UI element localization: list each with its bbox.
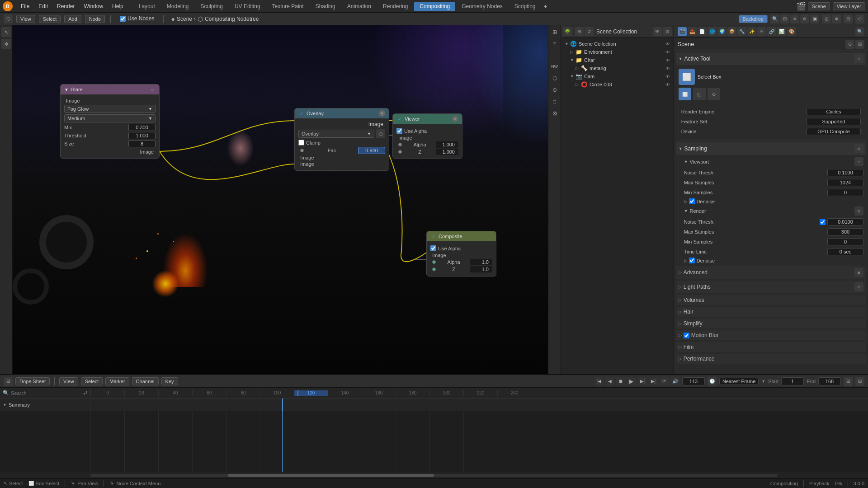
- active-tool-options[interactable]: ≡: [854, 54, 863, 63]
- tl-channel-btn[interactable]: Channel: [132, 377, 159, 385]
- viewer-enable-btn[interactable]: ✓: [396, 116, 403, 122]
- viewport-min-samples-value[interactable]: 0: [827, 189, 863, 196]
- jump-end-btn[interactable]: ▶|: [649, 377, 658, 386]
- prev-frame-btn[interactable]: ◀: [605, 377, 614, 386]
- constraints-props-icon[interactable]: 🔗: [767, 27, 776, 36]
- render-denoise-checkbox[interactable]: [689, 258, 695, 263]
- overlay-type-dropdown[interactable]: Overlay ▼: [298, 130, 374, 138]
- tab-scripting[interactable]: Scripting: [509, 2, 541, 11]
- glare-collapse-arrow[interactable]: ▼: [64, 87, 69, 92]
- viewer-alpha-checkbox[interactable]: [396, 128, 402, 134]
- next-frame-btn[interactable]: ▶|: [638, 377, 647, 386]
- overlay-close-btn[interactable]: ✕: [379, 110, 385, 117]
- tl-scroll-track[interactable]: [90, 474, 778, 477]
- node-icon-4[interactable]: ⊠: [550, 108, 560, 118]
- end-frame-display[interactable]: 168: [818, 377, 841, 385]
- viewer-z-socket[interactable]: [398, 150, 402, 154]
- tab-compositing[interactable]: Compositing: [414, 2, 455, 11]
- light-paths-options[interactable]: ≡: [854, 282, 863, 291]
- render-engine-value[interactable]: Cycles: [807, 108, 861, 115]
- audio-btn[interactable]: 🔊: [670, 377, 679, 386]
- tree-cam-eye[interactable]: 👁: [665, 74, 670, 79]
- properties-icon[interactable]: ≡: [550, 39, 560, 49]
- tab-uv-editing[interactable]: UV Editing: [229, 2, 266, 11]
- stop-btn[interactable]: ⏹: [616, 377, 625, 386]
- tree-char-eye[interactable]: 👁: [665, 58, 670, 63]
- tl-scroll-thumb[interactable]: [228, 474, 434, 477]
- tab-texture-paint[interactable]: Texture Paint: [267, 2, 309, 11]
- object-props-icon[interactable]: 📦: [727, 27, 736, 36]
- dopesheet-type-icon[interactable]: ⊟: [4, 377, 13, 386]
- scene-dropdown[interactable]: Scene: [808, 2, 830, 10]
- view-layer-dropdown[interactable]: View Layer: [833, 2, 865, 10]
- advanced-header[interactable]: ▷ Advanced ≡: [676, 266, 866, 279]
- snap-icon[interactable]: ⊟: [844, 14, 853, 23]
- render-min-samples-value[interactable]: 0: [827, 238, 863, 245]
- backdrop-zoom-out[interactable]: ⊟: [780, 14, 789, 23]
- viewer-close-btn[interactable]: ✕: [452, 116, 458, 122]
- sampling-options[interactable]: ≡: [854, 144, 863, 153]
- viewport-sampling-options[interactable]: ≡: [854, 157, 863, 166]
- backdrop-x[interactable]: ✕: [790, 14, 799, 23]
- move-tool-btn[interactable]: ✥: [1, 39, 11, 49]
- hair-header[interactable]: ▷ Hair: [676, 307, 866, 317]
- view-menu[interactable]: View: [16, 15, 35, 23]
- volumes-header[interactable]: ▷ Volumes: [676, 295, 866, 305]
- props-search-icon[interactable]: 🔍: [855, 27, 864, 36]
- props-scene-btn1[interactable]: ⊙: [845, 40, 854, 49]
- advanced-options[interactable]: ≡: [854, 268, 863, 277]
- light-paths-header[interactable]: ▷ Light Paths ≡: [676, 281, 866, 293]
- tree-scene-collection-eye[interactable]: 👁: [665, 42, 670, 47]
- glare-size-value[interactable]: 8: [128, 140, 156, 147]
- filter-icon[interactable]: ⊟: [575, 27, 584, 36]
- viewport-btn-2[interactable]: ◱: [693, 88, 706, 100]
- tree-metarig[interactable]: ▷ 🦴 metarig 👁: [563, 64, 672, 72]
- menu-help[interactable]: Help: [108, 2, 127, 10]
- props-scene-btn2[interactable]: ⊞: [855, 40, 864, 49]
- tl-view-btn[interactable]: View: [59, 377, 78, 385]
- viewport-btn-1[interactable]: ⬜: [679, 88, 691, 100]
- feature-set-value[interactable]: Supported: [807, 118, 861, 125]
- dopesheet-type-label[interactable]: Dope Sheet: [15, 377, 50, 385]
- overlay-fac-value[interactable]: 0.940: [358, 147, 385, 154]
- jump-start-btn[interactable]: |◀: [594, 377, 604, 386]
- glare-mix-value[interactable]: 0.300: [128, 124, 156, 131]
- node-wrangler-icon[interactable]: NW: [550, 61, 560, 71]
- glare-quality-dropdown[interactable]: Medium ▼: [64, 114, 156, 122]
- view-icon[interactable]: 👁: [653, 27, 662, 36]
- data-props-icon[interactable]: 📊: [777, 27, 786, 36]
- overlay-icon[interactable]: ◎: [822, 14, 831, 23]
- add-workspace-btn[interactable]: +: [542, 3, 549, 10]
- modifier-props-icon[interactable]: 🔧: [737, 27, 746, 36]
- backdrop-btn[interactable]: Backdrop: [739, 15, 768, 23]
- view-layer-props-icon[interactable]: 📄: [698, 27, 707, 36]
- node-menu[interactable]: Node: [85, 15, 105, 23]
- tab-rendering[interactable]: Rendering: [377, 2, 413, 11]
- playback-mode-display[interactable]: Nearest Frame: [719, 378, 759, 385]
- render-noise-threshold-checkbox[interactable]: [820, 219, 826, 225]
- tab-animation[interactable]: Animation: [342, 2, 377, 11]
- composite-alpha-input-socket[interactable]: [432, 260, 436, 264]
- output-props-icon[interactable]: 📤: [688, 27, 697, 36]
- render-sampling-options[interactable]: ≡: [854, 206, 863, 216]
- viewport-sampling-header[interactable]: ▼ Viewport ≡: [681, 156, 866, 168]
- viewport-noise-threshold-value[interactable]: 0.1000: [827, 169, 863, 176]
- select-box-icon[interactable]: ⬜: [679, 69, 695, 85]
- tl-marker-btn[interactable]: Marker: [105, 377, 129, 385]
- motion-blur-checkbox[interactable]: [684, 333, 689, 338]
- device-value[interactable]: GPU Compute: [807, 128, 861, 135]
- select-menu[interactable]: Select: [39, 15, 61, 23]
- performance-header[interactable]: ▷ Performance: [676, 354, 866, 364]
- scene-props-icon[interactable]: 🌐: [708, 27, 717, 36]
- composite-alpha-checkbox[interactable]: [430, 245, 436, 251]
- outliner-icon[interactable]: 🌳: [563, 27, 572, 36]
- tree-circle-eye[interactable]: 👁: [665, 82, 670, 87]
- backdrop-zoom-in[interactable]: 🔍: [770, 14, 779, 23]
- add-menu[interactable]: Add: [64, 15, 81, 23]
- tl-options-icon[interactable]: ⊟: [855, 377, 864, 386]
- node-icon-2[interactable]: ⊙: [550, 85, 560, 95]
- select-tool-btn[interactable]: ↖: [1, 27, 11, 37]
- tree-cam[interactable]: ▼ 📷 Cam 👁: [563, 72, 672, 80]
- viewport-max-samples-value[interactable]: 1024: [827, 179, 863, 186]
- tab-sculpting[interactable]: Sculpting: [195, 2, 228, 11]
